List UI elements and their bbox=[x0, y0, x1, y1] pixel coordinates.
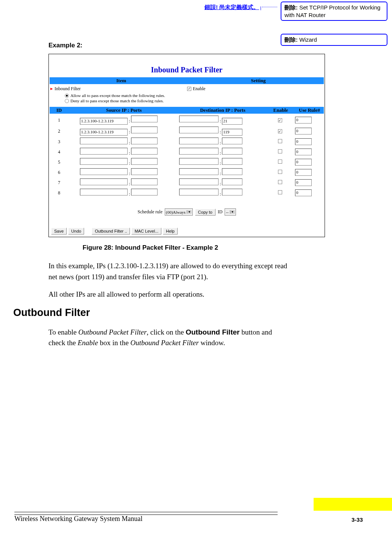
chevron-down-icon: ▼ bbox=[187, 210, 192, 214]
comment-box-2: 刪除: Wizard bbox=[281, 34, 387, 46]
schedule-label: Schedule rule bbox=[137, 209, 162, 215]
table-row: 5::0 bbox=[50, 158, 324, 166]
header-error-text: 錯誤! 尚未定義樣式。 bbox=[205, 4, 259, 11]
src-ip-input[interactable] bbox=[80, 189, 128, 195]
src-port-input[interactable] bbox=[131, 127, 158, 133]
enable-checkbox[interactable]: ✓ bbox=[187, 87, 191, 91]
src-ip-input[interactable] bbox=[80, 148, 128, 155]
dst-ip-input[interactable] bbox=[179, 189, 219, 195]
id-select[interactable]: --▼ bbox=[225, 208, 236, 216]
dst-ip-input[interactable] bbox=[179, 148, 219, 155]
inbound-filter-label: Inbound Filter bbox=[55, 86, 187, 92]
schedule-row: Schedule rule (00)Always▼ Copy to ID --▼ bbox=[49, 208, 325, 216]
enable-checkbox[interactable]: ✓ bbox=[278, 129, 282, 133]
rule-input[interactable]: 0 bbox=[295, 149, 312, 155]
src-cell: 1.2.3.100-1.2.3.119: bbox=[69, 116, 179, 125]
table-row: 3::0 bbox=[50, 138, 324, 146]
dst-ip-input[interactable] bbox=[179, 168, 219, 175]
allow-radio[interactable] bbox=[65, 94, 69, 98]
src-cell: : bbox=[69, 189, 179, 197]
outbound-filter-button[interactable]: Outbound Filter .. bbox=[92, 228, 130, 235]
dst-ip-input[interactable] bbox=[179, 127, 219, 133]
dst-port-input[interactable]: 21 bbox=[222, 118, 242, 125]
table-row: 8::0 bbox=[50, 189, 324, 197]
paragraph-1: In this example, IPs (1.2.3.100-1.2.3.11… bbox=[48, 261, 288, 282]
dst-port-input[interactable] bbox=[222, 168, 242, 175]
enable-cell: ✓ bbox=[266, 117, 295, 123]
dst-ip-input[interactable] bbox=[179, 158, 219, 165]
dst-port-input[interactable] bbox=[222, 189, 242, 195]
table-row: 6::0 bbox=[50, 168, 324, 177]
dst-ip-input[interactable] bbox=[179, 178, 219, 185]
figure-caption: Figure 28: Inbound Packet Filter - Examp… bbox=[83, 244, 288, 252]
src-port-input[interactable] bbox=[131, 168, 158, 175]
src-ip-input[interactable] bbox=[80, 168, 128, 175]
comment-box-1: 刪除: Set TCP/IP Protocol for Working with… bbox=[281, 2, 387, 21]
src-port-input[interactable] bbox=[131, 116, 158, 122]
arrow-icon: ▸ bbox=[50, 86, 53, 92]
schedule-select[interactable]: (00)Always▼ bbox=[165, 208, 193, 216]
src-port-input[interactable] bbox=[131, 148, 158, 155]
enable-checkbox[interactable] bbox=[278, 180, 282, 184]
src-cell: 1.2.3.100-1.2.3.119: bbox=[69, 127, 179, 136]
copyto-button[interactable]: Copy to bbox=[195, 209, 216, 216]
rule-cell: 0 bbox=[295, 189, 324, 196]
enable-checkbox[interactable] bbox=[278, 139, 282, 143]
enable-checkbox[interactable] bbox=[278, 160, 282, 164]
dst-port-input[interactable] bbox=[222, 148, 242, 155]
table-header: ID Source IP : Ports Destination IP : Po… bbox=[50, 107, 324, 114]
rule-input[interactable]: 0 bbox=[295, 169, 312, 176]
save-button[interactable]: Save bbox=[51, 228, 67, 235]
undo-button[interactable]: Undo bbox=[68, 228, 84, 235]
mac-level-button[interactable]: MAC Level... bbox=[131, 228, 161, 235]
table-row: 4::0 bbox=[50, 148, 324, 156]
src-ip-input[interactable] bbox=[80, 158, 128, 165]
src-port-input[interactable] bbox=[131, 189, 158, 195]
dst-port-input[interactable] bbox=[222, 158, 242, 165]
deny-radio[interactable] bbox=[65, 99, 69, 103]
dst-port-input[interactable]: 119 bbox=[222, 129, 242, 136]
enable-checkbox[interactable] bbox=[278, 149, 282, 153]
enable-checkbox[interactable] bbox=[278, 170, 282, 174]
col-rule: Use Rule# bbox=[295, 107, 324, 113]
row-id: 8 bbox=[50, 190, 69, 196]
enable-checkbox[interactable] bbox=[278, 190, 282, 194]
src-ip-input[interactable]: 1.2.3.100-1.2.3.119 bbox=[80, 129, 128, 136]
enable-cell bbox=[266, 160, 295, 165]
src-cell: : bbox=[69, 168, 179, 177]
inbound-filter-row: ▸ Inbound Filter ✓ Enable bbox=[49, 84, 325, 92]
rule-cell: 0 bbox=[295, 179, 324, 186]
dst-ip-input[interactable] bbox=[179, 138, 219, 144]
rule-input[interactable]: 0 bbox=[295, 128, 312, 134]
enable-cell bbox=[266, 190, 295, 196]
footer-title: Wireless Networking Gateway System Manua… bbox=[14, 515, 142, 523]
row-id: 5 bbox=[50, 160, 69, 165]
src-port-input[interactable] bbox=[131, 158, 158, 165]
src-port-input[interactable] bbox=[131, 178, 158, 185]
footer: Wireless Networking Gateway System Manua… bbox=[14, 512, 378, 523]
dst-ip-input[interactable] bbox=[179, 116, 219, 122]
src-ip-input[interactable] bbox=[80, 178, 128, 185]
enable-checkbox[interactable]: ✓ bbox=[278, 118, 282, 122]
comment-text: Wizard bbox=[298, 36, 317, 43]
id-label: ID bbox=[218, 209, 223, 215]
rule-input[interactable]: 0 bbox=[295, 179, 312, 186]
enable-cell bbox=[266, 139, 295, 145]
comment-connector bbox=[262, 7, 277, 7]
figure-title: Inbound Packet Filter bbox=[49, 54, 325, 77]
footer-rule-top bbox=[14, 512, 278, 512]
dst-port-input[interactable] bbox=[222, 138, 242, 144]
src-ip-input[interactable] bbox=[80, 138, 128, 144]
row-id: 2 bbox=[50, 128, 69, 134]
rule-input[interactable]: 0 bbox=[295, 159, 312, 166]
enable-cell bbox=[266, 180, 295, 186]
src-ip-input[interactable]: 1.2.3.100-1.2.3.119 bbox=[80, 118, 128, 125]
rule-input[interactable]: 0 bbox=[295, 189, 312, 196]
rule-input[interactable]: 0 bbox=[295, 138, 312, 145]
enable-cell: ✓ bbox=[266, 128, 295, 134]
dst-port-input[interactable] bbox=[222, 178, 242, 185]
example-label: Example 2: bbox=[48, 42, 288, 49]
rule-input[interactable]: 0 bbox=[295, 117, 312, 124]
help-button[interactable]: Help bbox=[163, 228, 178, 235]
src-port-input[interactable] bbox=[131, 138, 158, 144]
